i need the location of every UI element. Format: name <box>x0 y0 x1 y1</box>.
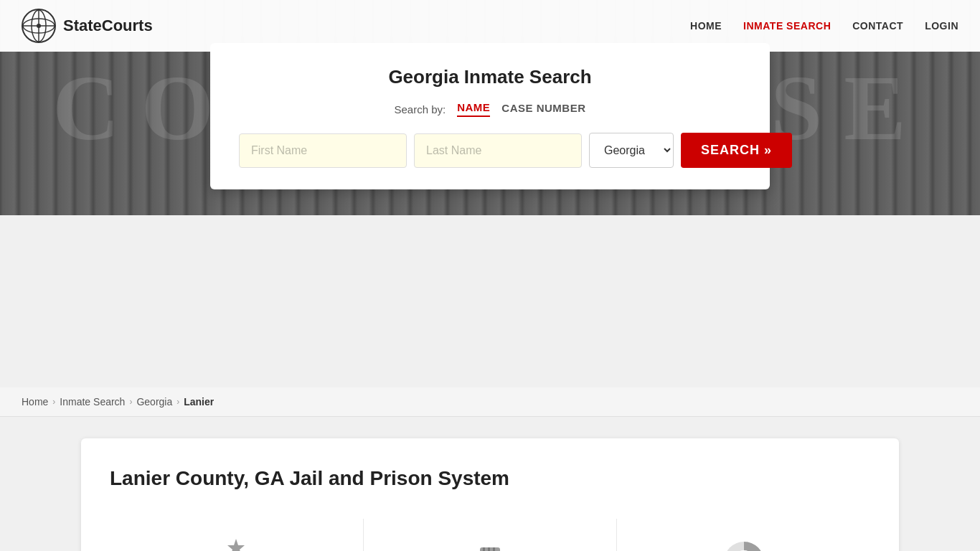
tab-name[interactable]: NAME <box>457 101 490 117</box>
tab-case-number[interactable]: CASE NUMBER <box>501 102 585 116</box>
state-select[interactable]: Georgia Alabama Florida <box>589 133 674 168</box>
search-panel: Georgia Inmate Search Search by: NAME CA… <box>210 43 770 189</box>
stat-cell-jail-rate: 0% Jail Rate <box>617 519 870 551</box>
breadcrumb-current: Lanier <box>184 396 214 408</box>
stat-cell-prisoners: 0 Prisoners <box>364 519 618 551</box>
nav-bar: StateCourts HOME INMATE SEARCH CONTACT L… <box>0 0 980 52</box>
nav-inmate-search[interactable]: INMATE SEARCH <box>743 20 831 32</box>
breadcrumb-bar: Home › Inmate Search › Georgia › Lanier <box>0 387 980 417</box>
nav-login[interactable]: LOGIN <box>925 20 958 32</box>
logo-text: StateCourts <box>63 17 153 35</box>
jail-icon <box>207 533 265 551</box>
search-by-label: Search by: <box>394 103 446 116</box>
breadcrumb: Home › Inmate Search › Georgia › Lanier <box>22 396 958 408</box>
svg-marker-10 <box>227 539 245 551</box>
search-by-row: Search by: NAME CASE NUMBER <box>239 101 741 117</box>
chart-icon <box>715 533 773 551</box>
stats-row: 0 Jails <box>110 519 870 551</box>
svg-rect-18 <box>483 547 485 551</box>
nav-links: HOME INMATE SEARCH CONTACT LOGIN <box>690 20 958 32</box>
logo-area: StateCourts <box>22 9 153 43</box>
breadcrumb-sep-2: › <box>129 397 132 407</box>
search-fields-row: Georgia Alabama Florida SEARCH » <box>239 133 741 168</box>
header: COURTHOUSE StateCourts HOME INMATE SEARC… <box>0 0 980 215</box>
first-name-input[interactable] <box>239 133 407 168</box>
logo-icon <box>22 9 56 43</box>
search-button[interactable]: SEARCH » <box>681 133 792 168</box>
main-content: Lanier County, GA Jail and Prison System <box>60 417 920 551</box>
nav-home[interactable]: HOME <box>690 20 722 32</box>
breadcrumb-home[interactable]: Home <box>22 396 48 408</box>
last-name-input[interactable] <box>414 133 582 168</box>
card-title: Lanier County, GA Jail and Prison System <box>110 467 870 490</box>
breadcrumb-sep-1: › <box>52 397 55 407</box>
stat-cell-jails: 0 Jails <box>110 519 364 551</box>
svg-rect-20 <box>493 547 495 551</box>
breadcrumb-sep-3: › <box>176 397 179 407</box>
svg-rect-19 <box>488 547 490 551</box>
nav-contact[interactable]: CONTACT <box>852 20 903 32</box>
breadcrumb-inmate-search[interactable]: Inmate Search <box>60 396 125 408</box>
breadcrumb-georgia[interactable]: Georgia <box>136 396 172 408</box>
prisoner-icon <box>461 533 519 551</box>
main-stats-card: Lanier County, GA Jail and Prison System <box>81 438 899 551</box>
search-panel-title: Georgia Inmate Search <box>239 66 741 88</box>
